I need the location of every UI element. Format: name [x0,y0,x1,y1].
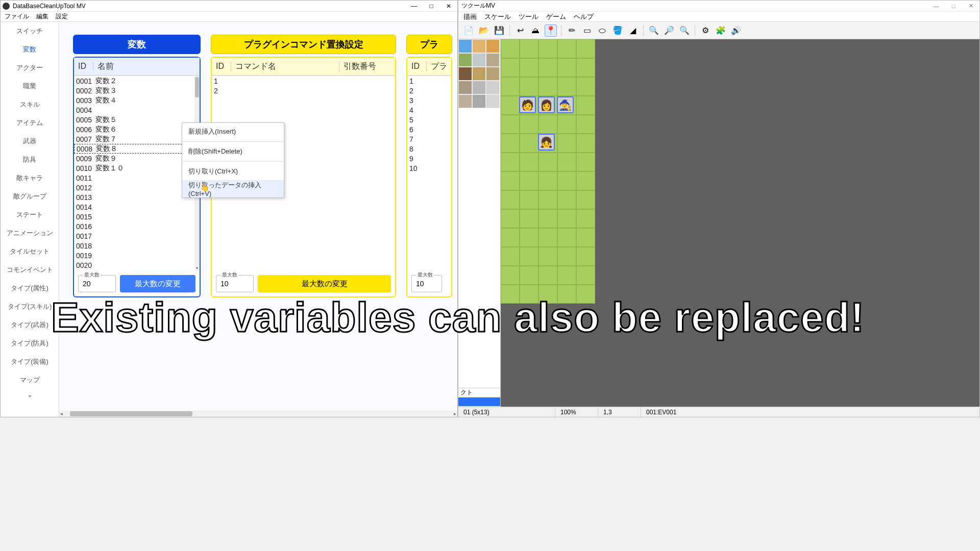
maximize-button[interactable]: □ [423,1,440,12]
map-cell[interactable] [538,39,557,58]
sidebar-item[interactable]: タイプ(防具) [1,334,59,353]
mv-menu-item[interactable]: ヘルプ [574,12,594,21]
map-event-sprite[interactable]: 🧑 [519,96,536,113]
col-id[interactable]: ID [74,62,93,71]
context-menu-item[interactable]: 新規挿入(Insert) [182,123,284,140]
sidebar-item[interactable]: 防具 [1,151,59,169]
table-row[interactable]: 3 [407,95,451,105]
map-cell[interactable] [520,115,538,134]
settings-icon[interactable]: ⚙ [699,24,712,37]
map-cell[interactable] [538,190,557,209]
sidebar-item[interactable]: スキル [1,95,59,114]
map-cell[interactable] [557,39,576,58]
table-row[interactable]: 0001変数２ [74,76,200,86]
map-cell[interactable] [576,39,595,58]
hscroll-thumb[interactable] [70,411,192,416]
close-button[interactable]: ✕ [440,1,457,12]
col-plugin-name[interactable]: プラ [427,61,451,72]
zoom-out-icon[interactable]: 🔎 [663,24,675,37]
map-cell[interactable] [557,171,576,190]
table-row[interactable]: 7 [407,134,451,144]
tileset-tile[interactable] [458,39,472,53]
map-cell[interactable] [520,58,538,77]
table-row[interactable]: 0015 [74,212,200,221]
table-row[interactable]: 0012 [74,183,200,192]
mv-menu-item[interactable]: スケール [484,12,511,21]
table-row[interactable]: 1 [212,76,395,86]
map-cell[interactable] [520,153,538,171]
table-row[interactable]: 0010変数１０ [74,163,200,173]
map-cell[interactable] [501,228,520,247]
sidebar-item[interactable]: タイプ(スキル) [1,297,59,316]
object-list[interactable]: クト [458,388,500,407]
table-row[interactable]: 9 [407,154,451,163]
context-menu-item[interactable]: 切り取り(Ctrl+X) [182,163,284,180]
table-row[interactable]: 5 [407,115,451,124]
map-cell[interactable] [501,266,520,285]
sidebar-item[interactable]: 武器 [1,132,59,151]
table-row[interactable]: 4 [407,105,451,115]
open-icon[interactable]: 📂 [478,24,490,37]
table-row[interactable]: 0003変数４ [74,95,200,105]
table-row[interactable]: 0016 [74,221,200,231]
mv-menu-item[interactable]: ゲーム [546,12,566,21]
map-cell[interactable] [576,209,595,228]
plugin-icon[interactable]: 🧩 [715,24,727,37]
col-arg-index[interactable]: 引数番号 [339,61,395,72]
pencil-icon[interactable]: ✏ [566,24,578,37]
table-row[interactable]: 0013 [74,192,200,202]
map-cell[interactable] [576,58,595,77]
menu-file[interactable]: ファイル [5,12,29,21]
save-icon[interactable]: 💾 [493,24,505,37]
col-id[interactable]: ID [407,62,427,71]
map-cell[interactable] [520,190,538,209]
table-row[interactable]: 0002変数３ [74,86,200,95]
zoom-fit-icon[interactable]: 🔍 [678,24,691,37]
table-row[interactable]: 0019 [74,251,200,260]
max-change-button-plugin-cmd[interactable]: 最大数の変更 [258,275,391,292]
menu-settings[interactable]: 設定 [56,12,68,21]
map-cell[interactable] [501,39,520,58]
map-cell[interactable] [501,77,520,96]
marker-icon[interactable]: 📍 [545,24,557,37]
tileset-tile[interactable] [458,94,472,108]
table-row[interactable]: 0011 [74,173,200,183]
map-cell[interactable] [557,190,576,209]
col-name[interactable]: 名前 [93,61,200,72]
table-row[interactable]: 0008変数８ [74,144,200,154]
map-cell[interactable] [557,209,576,228]
tileset-tile[interactable] [472,53,486,67]
shadow-icon[interactable]: ◢ [627,24,639,37]
map-cell[interactable] [576,96,595,115]
sound-icon[interactable]: 🔊 [730,24,742,37]
sidebar-item[interactable]: 変数 [1,40,59,59]
table-row[interactable]: 0020 [74,260,200,270]
tileset-tile[interactable] [486,94,500,108]
sidebar-item[interactable]: 敵キャラ [1,169,59,187]
map-cell[interactable] [557,115,576,134]
col-id[interactable]: ID [212,62,231,71]
tileset-tile[interactable] [486,39,500,53]
sidebar-chevron-down-icon[interactable]: ⌄ [1,389,59,399]
map-cell[interactable] [538,153,557,171]
mv-menu-item[interactable]: ツール [519,12,538,21]
map-cell[interactable] [576,115,595,134]
map-cell[interactable] [501,190,520,209]
ellipse-icon[interactable]: ⬭ [596,24,608,37]
map-cell[interactable] [557,153,576,171]
table-row[interactable]: 0007変数７ [74,134,200,144]
map-cell[interactable] [501,171,520,190]
map-cell[interactable] [538,209,557,228]
sidebar-item[interactable]: アイテム [1,114,59,132]
map-cell[interactable] [576,190,595,209]
map-view[interactable]: 🧑👩🧙👧 [501,39,979,407]
plugin-param-list[interactable]: 12345678910 [407,76,451,271]
max-change-button-variables[interactable]: 最大数の変更 [120,275,195,292]
map-cell[interactable] [538,171,557,190]
map-cell[interactable] [557,134,576,153]
context-menu-item[interactable]: 削除(Shift+Delete) [182,143,284,160]
map-cell[interactable] [501,247,520,266]
map-cell[interactable] [501,209,520,228]
map-event-sprite[interactable]: 🧙 [557,96,574,113]
table-row[interactable]: 2 [212,86,395,95]
